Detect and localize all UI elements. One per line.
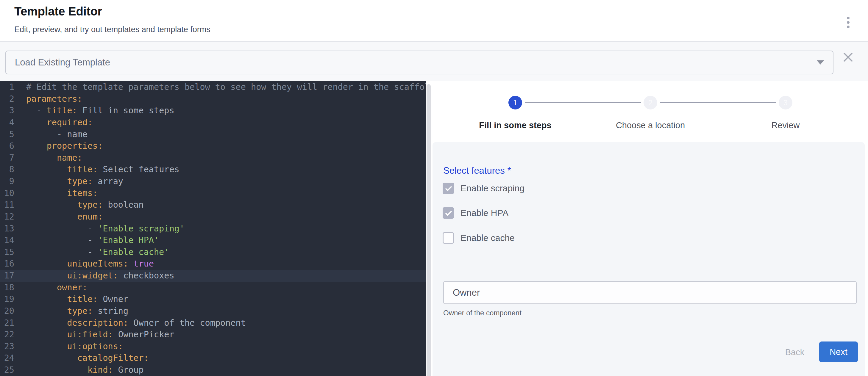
editor-line[interactable]: 18 owner: (0, 282, 426, 294)
line-number: 6 (0, 140, 14, 152)
line-code: type: string (14, 305, 128, 317)
editor-line[interactable]: 22 ui:field: OwnerPicker (0, 329, 426, 341)
editor-line[interactable]: 10 items: (0, 187, 426, 199)
line-code: - 'Enable HPA' (14, 234, 159, 246)
toolbar: Load Existing Template (0, 42, 868, 81)
back-button[interactable]: Back (771, 343, 818, 362)
step-2-indicator[interactable]: 2 (644, 96, 657, 109)
header: Template Editor Edit, preview, and try o… (0, 0, 868, 42)
editor-line[interactable]: 1# Edit the template parameters below to… (0, 81, 426, 93)
editor-line[interactable]: 7 name: (0, 152, 426, 164)
line-code: owner: (14, 282, 88, 294)
step-3-indicator[interactable]: 3 (779, 96, 793, 109)
line-number: 10 (0, 187, 14, 199)
line-number: 3 (0, 105, 14, 116)
editor-line[interactable]: 5 - name (0, 129, 426, 140)
line-number: 25 (0, 364, 14, 376)
next-button[interactable]: Next (819, 341, 858, 362)
line-code: required: (14, 116, 93, 129)
line-number: 8 (0, 164, 14, 175)
kebab-menu-icon[interactable] (841, 12, 855, 32)
editor-line[interactable]: 19 title: Owner (0, 293, 426, 305)
line-code: uniqueItems: true (14, 258, 154, 270)
editor-line[interactable]: 11 type: boolean (0, 199, 426, 211)
checkbox-icon[interactable] (443, 232, 454, 244)
line-number: 13 (0, 223, 14, 235)
page-subtitle: Edit, preview, and try out templates and… (14, 25, 211, 34)
editor-line[interactable]: 14 - 'Enable HPA' (0, 234, 426, 246)
line-number: 14 (0, 234, 14, 246)
chevron-down-icon[interactable] (817, 60, 824, 65)
line-number: 21 (0, 317, 14, 329)
line-number: 7 (0, 152, 14, 164)
checkbox-icon[interactable] (443, 183, 454, 194)
line-number: 19 (0, 293, 14, 305)
editor-line[interactable]: 9 type: array (0, 175, 426, 187)
line-number: 15 (0, 246, 14, 258)
page-title: Template Editor (14, 5, 102, 18)
checkbox-label: Enable cache (461, 233, 515, 243)
checkbox-icon[interactable] (443, 207, 454, 219)
line-code: # Edit the template parameters below to … (14, 81, 426, 93)
line-code: type: array (14, 175, 123, 187)
editor-line[interactable]: 23 ui:options: (0, 341, 426, 352)
stepper: 1 2 3 Fill in some steps Choose a locati… (431, 81, 868, 142)
editor-line[interactable]: 4 required: (0, 116, 426, 129)
select-features-legend: Select features* (443, 165, 511, 176)
checkbox-enable-scraping[interactable]: Enable scraping (443, 183, 525, 194)
line-code: title: Owner (14, 293, 128, 305)
form-card: Select features* Enable scraping Enable … (433, 142, 865, 376)
checkbox-enable-cache[interactable]: Enable cache (443, 232, 515, 244)
editor-line[interactable]: 2parameters: (0, 93, 426, 105)
line-number: 1 (0, 81, 14, 93)
yaml-code-editor[interactable]: 1# Edit the template parameters below to… (0, 81, 426, 376)
line-number: 9 (0, 175, 14, 187)
load-template-combobox[interactable]: Load Existing Template (5, 50, 834, 74)
editor-line[interactable]: 21 description: Owner of the component (0, 317, 426, 329)
editor-line[interactable]: 17 ui:widget: checkboxes (0, 270, 426, 282)
line-code: enum: (14, 211, 103, 223)
line-number: 16 (0, 258, 14, 270)
line-code: catalogFilter: (14, 352, 149, 364)
owner-helper-text: Owner of the component (443, 309, 522, 317)
load-template-placeholder: Load Existing Template (15, 57, 817, 68)
legend-text: Select features (443, 165, 505, 176)
stepper-connector (525, 102, 641, 103)
checkbox-label: Enable HPA (461, 208, 508, 218)
close-icon[interactable] (840, 49, 856, 65)
line-code: - name (14, 129, 88, 140)
line-code: type: boolean (14, 199, 144, 211)
editor-line[interactable]: 25 kind: Group (0, 364, 426, 376)
line-code: ui:widget: checkboxes (14, 270, 175, 282)
line-code: properties: (14, 140, 103, 152)
line-number: 5 (0, 129, 14, 140)
editor-line[interactable]: 6 properties: (0, 140, 426, 152)
owner-input[interactable] (443, 281, 857, 304)
editor-line[interactable]: 16 uniqueItems: true (0, 258, 426, 270)
line-code: ui:options: (14, 341, 123, 352)
line-code: items: (14, 187, 98, 199)
editor-line[interactable]: 15 - 'Enable cache' (0, 246, 426, 258)
panel-resize-handle[interactable] (427, 84, 431, 376)
step-3-label: Review (726, 121, 845, 130)
line-code: kind: Group (14, 364, 144, 376)
line-code: - title: Fill in some steps (14, 105, 175, 116)
line-number: 11 (0, 199, 14, 211)
checkbox-label: Enable scraping (461, 183, 525, 193)
editor-line[interactable]: 3 - title: Fill in some steps (0, 105, 426, 116)
form-preview-panel: 1 2 3 Fill in some steps Choose a locati… (431, 81, 868, 376)
editor-line[interactable]: 24 catalogFilter: (0, 352, 426, 364)
editor-line[interactable]: 20 type: string (0, 305, 426, 317)
line-code: name: (14, 152, 83, 164)
editor-line[interactable]: 13 - 'Enable scraping' (0, 223, 426, 235)
editor-line[interactable]: 12 enum: (0, 211, 426, 223)
line-code: parameters: (14, 93, 83, 105)
step-2-label: Choose a location (591, 121, 710, 130)
line-code: title: Select features (14, 164, 180, 175)
step-1-indicator[interactable]: 1 (508, 96, 522, 109)
editor-line[interactable]: 8 title: Select features (0, 164, 426, 175)
line-number: 24 (0, 352, 14, 364)
checkbox-enable-hpa[interactable]: Enable HPA (443, 207, 508, 219)
line-code: - 'Enable cache' (14, 246, 169, 258)
line-number: 4 (0, 116, 14, 129)
